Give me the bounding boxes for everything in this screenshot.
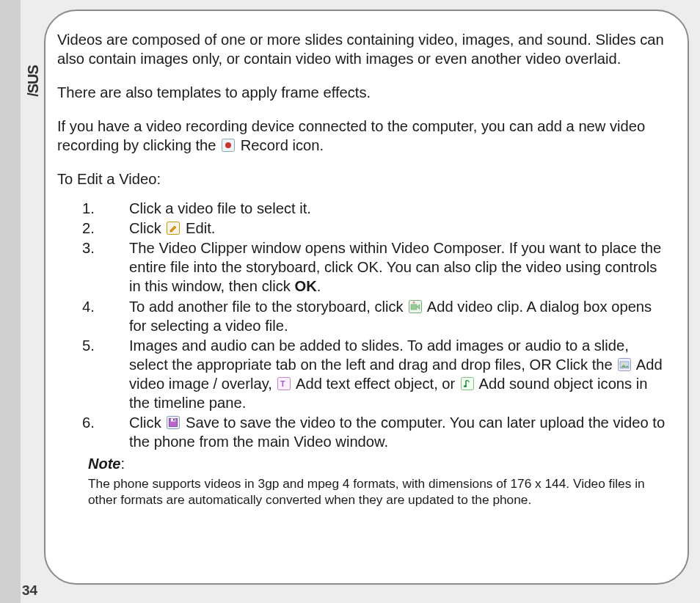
record-icon xyxy=(222,139,235,152)
list-body: The Video Clipper window opens within Vi… xyxy=(129,238,670,296)
list-item: 2. Click Edit. xyxy=(82,219,670,238)
list-item: 3. The Video Clipper window opens within… xyxy=(82,238,670,296)
paragraph-templates: There are also templates to apply frame … xyxy=(57,83,670,102)
text-fragment: Click xyxy=(129,220,165,236)
add-text-effect-icon: T xyxy=(277,377,291,390)
list-number: 1. xyxy=(82,199,129,218)
text-fragment: Click xyxy=(129,414,165,431)
text-fragment: Save to save the video to the computer. … xyxy=(129,414,665,450)
note-block: Note: The phone supports videos in 3gp a… xyxy=(88,454,670,508)
content-panel: Videos are composed of one or more slide… xyxy=(44,10,689,585)
list-body: Click Save to save the video to the comp… xyxy=(129,413,670,451)
edit-steps-list: 1. Click a video file to select it. 2. C… xyxy=(82,199,670,451)
text-fragment: . xyxy=(317,278,321,294)
text-fragment: If you have a video recording device con… xyxy=(57,118,645,153)
svg-text:+: + xyxy=(412,300,415,305)
list-body: To add another file to the storyboard, c… xyxy=(129,297,670,335)
list-item: 6. Click Save to save the video to the c… xyxy=(82,413,670,451)
svg-point-8 xyxy=(622,362,624,365)
text-fragment: Edit. xyxy=(186,220,215,236)
svg-rect-11 xyxy=(461,377,473,390)
list-number: 4. xyxy=(82,297,129,335)
text-fragment: Add text effect object, or xyxy=(296,376,459,392)
text-fragment: To add another file to the storyboard, c… xyxy=(129,299,407,315)
text-bold-ok: OK xyxy=(295,278,317,294)
add-video-image-icon xyxy=(618,358,631,371)
text-fragment: : xyxy=(120,456,125,472)
text-fragment: Images and audio can be added to slides.… xyxy=(129,337,629,373)
list-item: 5. Images and audio can be added to slid… xyxy=(82,336,670,412)
edit-icon xyxy=(167,222,180,235)
svg-rect-16 xyxy=(173,419,175,421)
list-item: 1. Click a video file to select it. xyxy=(82,199,670,218)
list-number: 2. xyxy=(82,219,129,238)
add-sound-object-icon xyxy=(461,377,474,390)
list-number: 5. xyxy=(82,336,129,412)
svg-point-1 xyxy=(225,142,231,148)
text-fragment: The Video Clipper window opens within Vi… xyxy=(129,240,661,294)
list-item: 4. To add another file to the storyboard… xyxy=(82,297,670,335)
paragraph-edit-heading: To Edit a Video: xyxy=(57,169,670,189)
list-number: 6. xyxy=(82,413,129,451)
svg-rect-4 xyxy=(411,304,417,310)
list-body: Click a video file to select it. xyxy=(129,199,670,218)
paragraph-record: If you have a video recording device con… xyxy=(57,117,670,155)
paragraph-intro: Videos are composed of one or more slide… xyxy=(57,30,670,68)
list-body: Images and audio can be added to slides.… xyxy=(129,336,670,412)
note-label: Note xyxy=(88,456,120,472)
brand-logo: /SUS xyxy=(25,37,41,125)
list-number: 3. xyxy=(82,238,129,296)
svg-point-12 xyxy=(464,385,467,387)
add-video-clip-icon: + xyxy=(409,300,422,313)
svg-text:T: T xyxy=(280,379,285,388)
save-icon xyxy=(167,416,180,429)
note-text: The phone supports videos in 3gp and mpe… xyxy=(88,475,670,508)
text-fragment: Record icon. xyxy=(241,137,324,153)
list-body: Click Edit. xyxy=(129,219,670,238)
page-number: 34 xyxy=(22,582,37,599)
